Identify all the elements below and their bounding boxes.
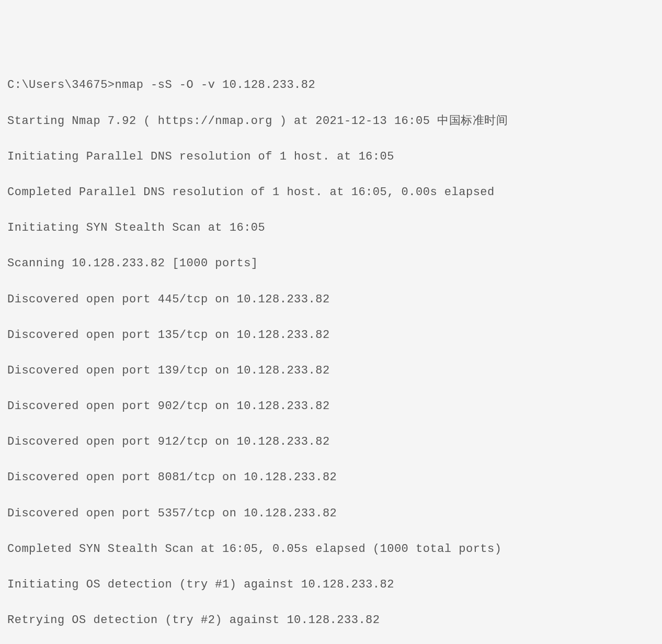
output-line: Discovered open port 8081/tcp on 10.128.… — [7, 469, 655, 487]
output-line: Initiating Parallel DNS resolution of 1 … — [7, 148, 655, 166]
output-line: Discovered open port 445/tcp on 10.128.2… — [7, 291, 655, 309]
output-line: Retrying OS detection (try #2) against 1… — [7, 612, 655, 629]
output-line: Starting Nmap 7.92 ( https://nmap.org ) … — [7, 112, 655, 130]
output-line: Discovered open port 135/tcp on 10.128.2… — [7, 326, 655, 344]
output-line: Completed SYN Stealth Scan at 16:05, 0.0… — [7, 540, 655, 558]
output-line: Discovered open port 912/tcp on 10.128.2… — [7, 433, 655, 451]
command: nmap -sS -O -v 10.128.233.82 — [115, 78, 316, 92]
command-line: C:\Users\34675>nmap -sS -O -v 10.128.233… — [7, 76, 655, 94]
output-line: Scanning 10.128.233.82 [1000 ports] — [7, 255, 655, 273]
output-line: Discovered open port 902/tcp on 10.128.2… — [7, 398, 655, 415]
output-line: Completed Parallel DNS resolution of 1 h… — [7, 184, 655, 201]
output-line: Initiating SYN Stealth Scan at 16:05 — [7, 219, 655, 237]
output-line: Initiating OS detection (try #1) against… — [7, 576, 655, 594]
output-line: Discovered open port 5357/tcp on 10.128.… — [7, 505, 655, 523]
prompt: C:\Users\34675> — [7, 78, 115, 92]
output-line: Discovered open port 139/tcp on 10.128.2… — [7, 362, 655, 380]
